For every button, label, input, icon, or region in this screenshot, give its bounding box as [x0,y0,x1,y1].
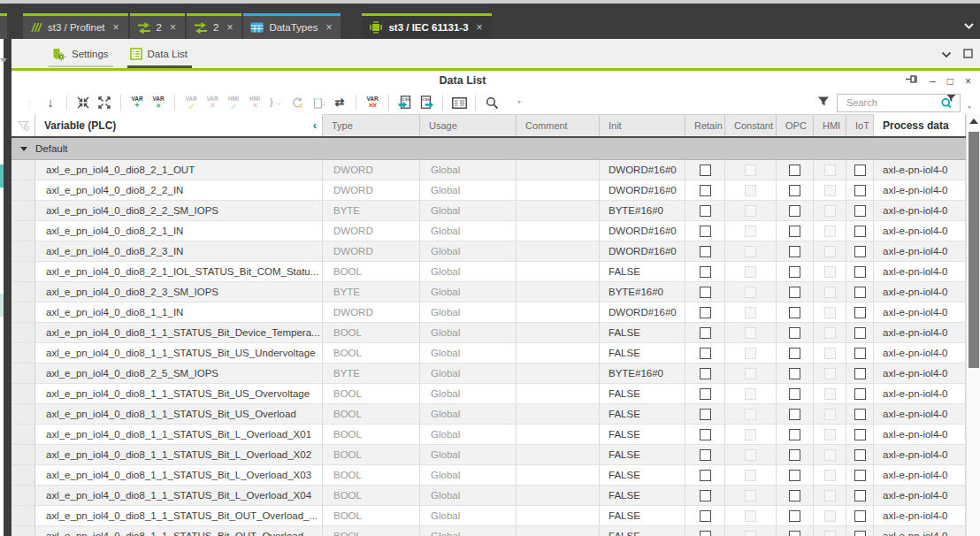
cell-usage[interactable]: Global [420,282,517,302]
cell-init[interactable]: FALSE [600,506,685,526]
search-filter-icon[interactable] [941,94,956,111]
minimize-icon[interactable]: – [930,74,936,88]
left-panel-scroll-arrow[interactable] [0,58,7,63]
checkbox-iot-unchecked[interactable] [854,287,866,298]
cell-usage[interactable]: Global [420,364,517,384]
cell-type[interactable]: BOOL [323,506,420,526]
cell-type[interactable]: BOOL [323,262,420,282]
cell-init[interactable]: FALSE [600,526,685,536]
table-row[interactable]: axl_e_pn_iol4_0_dio8_1_1_STATUS_Bit_US_O… [11,404,966,425]
cell-init[interactable]: FALSE [600,343,685,364]
checkbox-retain-unchecked[interactable] [700,388,711,400]
tab-close-icon[interactable]: × [477,21,483,34]
checkbox-iot-unchecked[interactable] [854,348,866,359]
checkbox-retain-unchecked[interactable] [700,368,711,379]
checkbox-retain-unchecked[interactable] [700,327,711,339]
row-selector-cell[interactable] [11,364,35,384]
row-selector-cell[interactable] [11,445,35,465]
checkbox-iot-unchecked[interactable] [854,185,866,196]
checkbox-iot-unchecked[interactable] [854,266,866,278]
checkbox-iot-unchecked[interactable] [854,531,866,536]
checkbox-retain-unchecked[interactable] [700,226,711,237]
checkbox-iot-unchecked[interactable] [854,470,866,481]
checkbox-iot-unchecked[interactable] [854,510,866,522]
cell-usage[interactable]: Global [420,201,517,221]
group-collapse-chevron-icon[interactable] [20,147,27,151]
checkbox-opc-unchecked[interactable] [789,531,800,536]
cell-variable[interactable]: axl_e_pn_iol4_0_dio8_2_3_IN [35,241,323,262]
cell-type[interactable]: BOOL [323,425,420,445]
cell-comment[interactable] [517,343,600,364]
editor-tab-st3-iec-61131-3[interactable]: st3 / IEC 61131-3× [362,13,491,39]
add-multiple-variables-button[interactable]: VAR» [150,93,166,112]
delete-all-variables-button[interactable]: VAR×× [364,93,380,112]
checkbox-iot-unchecked[interactable] [854,388,866,400]
cell-type[interactable]: DWORD [323,302,420,323]
table-row[interactable]: axl_e_pn_iol4_0_dio8_1_1_STATUS_Bit_L_Ov… [11,465,966,486]
cell-usage[interactable]: Global [420,221,517,241]
cell-comment[interactable] [517,221,600,241]
cell-usage[interactable]: Global [420,302,517,323]
row-selector-cell[interactable] [11,241,35,262]
column-header-usage[interactable]: Usage [420,114,517,136]
move-down-button[interactable]: ↓ [42,93,58,112]
cell-variable[interactable]: axl_e_pn_iol4_0_dio8_1_1_STATUS_Bit_OUT_… [35,526,323,536]
checkbox-opc-unchecked[interactable] [789,490,800,502]
checkbox-opc-unchecked[interactable] [789,449,800,461]
checkbox-opc-unchecked[interactable] [789,287,800,298]
checkbox-iot-unchecked[interactable] [854,307,866,318]
cell-variable[interactable]: axl_e_pn_iol4_0_dio8_2_1_IOL_STATUS_Bit_… [35,262,323,282]
checkbox-retain-unchecked[interactable] [700,449,711,461]
column-header-iot[interactable]: IoT [846,114,874,136]
zoom-options-button[interactable]: ▾ [505,93,521,112]
checkbox-opc-unchecked[interactable] [789,368,800,379]
cell-variable[interactable]: axl_e_pn_iol4_0_dio8_2_5_SM_IOPS [35,364,323,384]
column-header-comment[interactable]: Comment [517,114,600,136]
cell-usage[interactable]: Global [420,404,517,425]
add-variable-button[interactable]: VAR+ [129,93,145,112]
scrollbar-thumb[interactable] [969,132,979,368]
table-row[interactable]: axl_e_pn_iol4_0_dio8_1_1_STATUS_Bit_US_U… [11,343,966,364]
editor-tab-2[interactable]: 2× [130,13,185,39]
checkbox-iot-unchecked[interactable] [854,205,866,217]
row-selector-cell[interactable] [11,323,35,343]
cell-usage[interactable]: Global [420,160,517,180]
cell-init[interactable]: DWORD#16#0 [600,302,685,323]
checkbox-retain-unchecked[interactable] [700,205,711,217]
swap-mapping-button[interactable]: ⇄ [332,93,348,112]
cell-type[interactable]: BOOL [323,486,420,506]
table-row[interactable]: axl_e_pn_iol4_0_dio8_2_1_OUTDWORDGlobalD… [11,160,966,180]
cell-comment[interactable] [517,506,600,526]
cell-variable[interactable]: axl_e_pn_iol4_0_dio8_1_1_STATUS_Bit_L_Ov… [35,445,323,465]
import-csv-button[interactable]: CSV [397,93,413,112]
row-selector-cell[interactable] [11,425,35,445]
cell-usage[interactable]: Global [420,180,517,201]
cell-type[interactable]: BOOL [323,404,420,425]
cell-comment[interactable] [517,282,600,302]
checkbox-opc-unchecked[interactable] [789,165,800,176]
cell-init[interactable]: DWORD#16#0 [600,221,685,241]
checkbox-opc-unchecked[interactable] [789,348,800,359]
cell-type[interactable]: BOOL [323,323,420,343]
checkbox-iot-unchecked[interactable] [854,226,866,237]
cell-comment[interactable] [517,486,600,506]
checkbox-iot-unchecked[interactable] [854,165,866,176]
close-icon[interactable]: × [965,74,971,88]
cell-type[interactable]: DWORD [323,241,420,262]
cell-variable[interactable]: axl_e_pn_iol4_0_dio8_1_1_STATUS_Bit_L_Ov… [35,465,323,486]
cell-init[interactable]: FALSE [600,262,685,282]
table-row[interactable]: axl_e_pn_iol4_0_dio8_2_2_SM_IOPSBYTEGlob… [11,201,966,221]
collapse-all-button[interactable] [75,93,91,112]
table-row[interactable]: axl_e_pn_iol4_0_dio8_1_1_STATUS_Bit_L_Ov… [11,486,966,506]
column-header-retain[interactable]: Retain [685,114,725,136]
editor-tab-datatypes[interactable]: DataTypes× [243,13,341,39]
checkbox-retain-unchecked[interactable] [700,185,711,196]
cell-type[interactable]: BOOL [323,465,420,486]
checkbox-retain-unchecked[interactable] [700,246,711,257]
cell-init[interactable]: BYTE#16#0 [600,201,685,221]
table-row[interactable]: axl_e_pn_iol4_0_dio8_2_2_INDWORDGlobalDW… [11,180,966,201]
row-selector-cell[interactable] [11,465,35,486]
checkbox-iot-unchecked[interactable] [854,327,866,339]
table-row[interactable]: axl_e_pn_iol4_0_dio8_2_3_INDWORDGlobalDW… [11,241,966,262]
row-selector-cell[interactable] [11,404,35,425]
